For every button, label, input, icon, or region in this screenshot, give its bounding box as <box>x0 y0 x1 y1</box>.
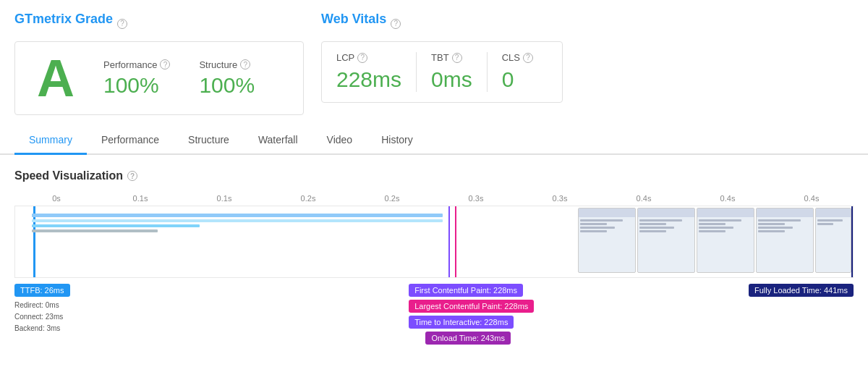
content-section: Speed Visualization ? 0s 0.1s 0.1s 0.2s … <box>0 155 868 367</box>
screenshot-thumb-1 <box>578 208 636 273</box>
web-vitals-metrics: LCP ? 228ms TBT ? 0ms CLS ? <box>336 52 548 92</box>
tick-3: 0.2s <box>266 194 350 203</box>
tab-structure[interactable]: Structure <box>174 127 244 155</box>
tbt-value: 0ms <box>431 67 472 92</box>
performance-value: 100% <box>103 73 170 98</box>
tick-2: 0.1s <box>182 194 266 203</box>
resource-bar-2 <box>32 219 442 222</box>
tick-6: 0.3s <box>518 194 602 203</box>
lcp-vital: LCP ? 228ms <box>336 52 416 92</box>
time-axis: 0s 0.1s 0.1s 0.2s 0.2s 0.3s 0.3s 0.4s 0.… <box>14 194 854 203</box>
tbt-vital: TBT ? 0ms <box>416 52 487 92</box>
web-vitals-card: LCP ? 228ms TBT ? 0ms CLS ? <box>321 41 563 103</box>
performance-metric: Performance ? 100% <box>103 59 170 98</box>
speed-help-icon[interactable]: ? <box>127 171 137 181</box>
gtmetrix-title: GTmetrix Grade <box>14 12 113 27</box>
tick-8: 0.4s <box>686 194 770 203</box>
cls-help-icon[interactable]: ? <box>523 53 533 63</box>
tick-4: 0.2s <box>350 194 434 203</box>
ttfb-backend: Backend: 3ms <box>14 323 63 334</box>
lcp-label: LCP ? <box>336 52 401 63</box>
tick-1: 0.1s <box>98 194 182 203</box>
gtmetrix-help-icon[interactable]: ? <box>117 19 127 29</box>
tick-5: 0.3s <box>434 194 518 203</box>
tbt-help-icon[interactable]: ? <box>452 53 462 63</box>
grade-letter: A <box>30 52 82 104</box>
web-vitals-help-icon[interactable]: ? <box>391 19 401 29</box>
flt-label: Fully Loaded Time: 441ms <box>749 284 854 297</box>
fcp-label: First Contentful Paint: 228ms <box>409 284 523 297</box>
grade-metrics: Performance ? 100% Structure ? 100% <box>103 59 255 98</box>
screenshot-thumb-2 <box>637 208 695 273</box>
lcp-label: Largest Contentful Paint: 228ms <box>409 300 534 313</box>
tab-history[interactable]: History <box>367 127 427 155</box>
tick-0: 0s <box>14 194 98 203</box>
flt-marker <box>851 206 853 277</box>
ttfb-label: TTFB: 26ms <box>14 284 70 297</box>
structure-value: 100% <box>199 73 255 98</box>
resource-bar-4 <box>32 229 158 232</box>
visualization-container: 0s 0.1s 0.1s 0.2s 0.2s 0.3s 0.3s 0.4s 0.… <box>14 194 854 367</box>
cls-vital: CLS ? 0 <box>487 52 548 92</box>
ttfb-connect: Connect: 23ms <box>14 311 63 323</box>
lcp-value: 228ms <box>336 67 401 92</box>
ttfb-details: Redirect: 0ms Connect: 23ms Backend: 3ms <box>14 300 63 334</box>
speed-visualization-title: Speed Visualization ? <box>14 169 854 182</box>
screenshot-strip <box>576 206 853 277</box>
cls-value: 0 <box>502 67 533 92</box>
tick-9: 0.4s <box>770 194 854 203</box>
web-vitals-title: Web Vitals <box>321 12 386 27</box>
lcp-help-icon[interactable]: ? <box>357 53 367 63</box>
onload-label: Onload Time: 243ms <box>425 332 511 345</box>
tbt-label: TBT ? <box>431 52 472 63</box>
screenshot-thumb-4 <box>756 208 814 273</box>
resource-bar-3 <box>32 224 200 227</box>
structure-metric: Structure ? 100% <box>199 59 255 98</box>
fcp-marker-line <box>448 206 450 277</box>
tab-waterfall[interactable]: Waterfall <box>244 127 312 155</box>
performance-help-icon[interactable]: ? <box>160 59 170 69</box>
ttfb-redirect: Redirect: 0ms <box>14 300 63 311</box>
top-section: GTmetrix Grade ? A Performance ? 100% St… <box>0 0 868 127</box>
tab-performance[interactable]: Performance <box>87 127 174 155</box>
labels-area: TTFB: 26ms Redirect: 0ms Connect: 23ms B… <box>14 284 854 367</box>
structure-help-icon[interactable]: ? <box>240 59 250 69</box>
tti-label: Time to Interactive: 228ms <box>409 316 514 329</box>
cls-label: CLS ? <box>502 52 533 63</box>
web-vitals-panel: Web Vitals ? LCP ? 228ms TBT ? 0ms <box>321 12 563 115</box>
resource-bar-1 <box>32 214 442 217</box>
performance-label: Performance ? <box>103 59 170 70</box>
structure-label: Structure ? <box>199 59 255 70</box>
lcp-marker-line <box>455 206 456 277</box>
tick-7: 0.4s <box>602 194 686 203</box>
tab-video[interactable]: Video <box>312 127 367 155</box>
gtmetrix-grade-panel: GTmetrix Grade ? A Performance ? 100% St… <box>14 12 304 115</box>
tabs-section: Summary Performance Structure Waterfall … <box>0 127 868 155</box>
screenshot-thumb-5 <box>815 208 851 273</box>
grade-card: A Performance ? 100% Structure ? 100% <box>14 41 304 115</box>
tab-summary[interactable]: Summary <box>14 127 87 155</box>
screenshot-thumb-3 <box>697 208 754 273</box>
waterfall-area <box>14 206 854 278</box>
